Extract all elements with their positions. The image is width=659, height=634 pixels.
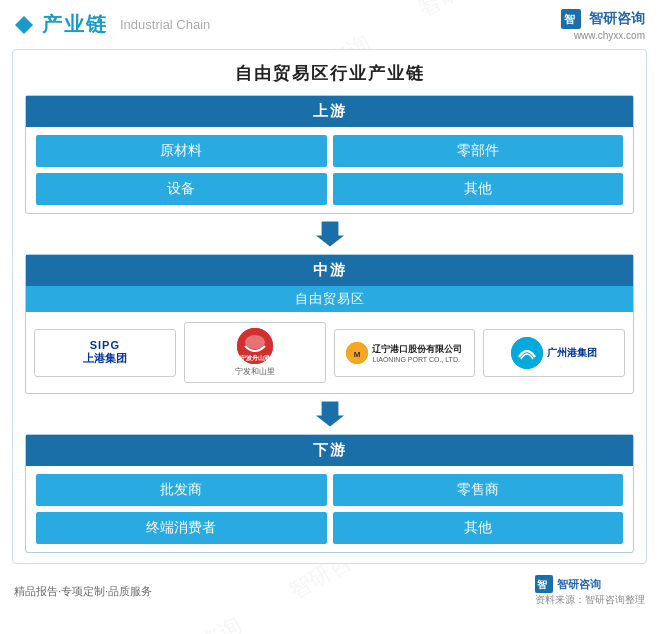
footer-right: 智 智研咨询 资料来源：智研咨询整理 bbox=[535, 575, 645, 607]
company-guangzhou: 广州港集团 bbox=[483, 329, 625, 377]
header-right: 智 智研咨询 www.chyxx.com bbox=[560, 8, 645, 41]
arrow-down-1 bbox=[13, 214, 646, 254]
footer-brand-name: 智研咨询 bbox=[557, 577, 601, 592]
header-left: 产业链 Industrial Chain bbox=[14, 11, 210, 38]
company-ningbo: 宁波舟山港 宁发和山里 bbox=[184, 322, 326, 383]
footer-text: 精品报告·专项定制·品质服务 bbox=[14, 585, 152, 597]
brand-url: www.chyxx.com bbox=[560, 30, 645, 41]
liaoning-en: LIAONING PORT CO., LTD. bbox=[372, 356, 462, 363]
footer-left: 精品报告·专项定制·品质服务 bbox=[14, 584, 152, 599]
svg-text:智: 智 bbox=[536, 579, 547, 590]
midstream-header: 中游 bbox=[26, 255, 633, 286]
footer-source: 资料来源：智研咨询整理 bbox=[535, 594, 645, 605]
upstream-grid: 原材料 零部件 设备 其他 bbox=[26, 127, 633, 213]
chain-title: 自由贸易区行业产业链 bbox=[13, 50, 646, 95]
downstream-cell-3: 其他 bbox=[333, 512, 624, 544]
midstream-section: 中游 自由贸易区 SIPG 上港集团 bbox=[25, 254, 634, 394]
footer-logo: 智 智研咨询 bbox=[535, 575, 645, 593]
svg-marker-0 bbox=[15, 16, 33, 34]
downstream-cell-0: 批发商 bbox=[36, 474, 327, 506]
brand-name: 智研咨询 bbox=[589, 10, 645, 28]
downstream-header: 下游 bbox=[26, 435, 633, 466]
sections-wrapper: 上游 原材料 零部件 设备 其他 中游 自由贸易区 bbox=[13, 95, 646, 563]
guangzhou-emblem bbox=[511, 337, 543, 369]
main-card: 自由贸易区行业产业链 上游 原材料 零部件 设备 其他 中游 自由贸易区 bbox=[12, 49, 647, 564]
downstream-cell-2: 终端消费者 bbox=[36, 512, 327, 544]
svg-text:宁波舟山港: 宁波舟山港 bbox=[240, 354, 271, 361]
page-title: 产业链 bbox=[42, 11, 108, 38]
downstream-section: 下游 批发商 零售商 终端消费者 其他 bbox=[25, 434, 634, 553]
upstream-cell-3: 其他 bbox=[333, 173, 624, 205]
svg-point-5 bbox=[245, 335, 265, 349]
footer-brand-icon: 智 bbox=[535, 575, 553, 593]
downstream-cell-1: 零售商 bbox=[333, 474, 624, 506]
company-sipg: SIPG 上港集团 bbox=[34, 329, 176, 377]
downstream-grid: 批发商 零售商 终端消费者 其他 bbox=[26, 466, 633, 552]
upstream-cell-2: 设备 bbox=[36, 173, 327, 205]
ningbo-label: 宁发和山里 bbox=[235, 366, 275, 377]
company-row: SIPG 上港集团 宁波舟山港 bbox=[26, 312, 633, 393]
liaoning-name: 辽宁港口股份有限公司 bbox=[372, 343, 462, 356]
svg-point-9 bbox=[511, 337, 543, 369]
svg-text:智: 智 bbox=[563, 13, 575, 25]
guangzhou-name: 广州港集团 bbox=[547, 346, 597, 360]
company-liaoning: M 辽宁港口股份有限公司 LIAONING PORT CO., LTD. bbox=[334, 329, 476, 377]
brand-icon: 智 bbox=[560, 8, 582, 30]
svg-marker-10 bbox=[316, 401, 344, 426]
upstream-header: 上游 bbox=[26, 96, 633, 127]
sipg-name: 上港集团 bbox=[83, 351, 127, 366]
page-subtitle: Industrial Chain bbox=[120, 17, 210, 32]
upstream-section: 上游 原材料 零部件 设备 其他 bbox=[25, 95, 634, 214]
ningbo-emblem: 宁波舟山港 bbox=[237, 328, 273, 364]
liaoning-emblem: M bbox=[346, 342, 368, 364]
svg-text:M: M bbox=[354, 350, 361, 359]
footer: 精品报告·专项定制·品质服务 智 智研咨询 资料来源：智研咨询整理 bbox=[0, 568, 659, 612]
arrow-down-2 bbox=[13, 394, 646, 434]
svg-marker-3 bbox=[316, 221, 344, 246]
upstream-cell-0: 原材料 bbox=[36, 135, 327, 167]
page-header: 产业链 Industrial Chain 智 智研咨询 www.chyxx.co… bbox=[0, 0, 659, 45]
sipg-abbr: SIPG bbox=[90, 339, 120, 351]
diamond-icon bbox=[14, 15, 34, 35]
upstream-cell-1: 零部件 bbox=[333, 135, 624, 167]
midstream-sub-label: 自由贸易区 bbox=[26, 286, 633, 312]
